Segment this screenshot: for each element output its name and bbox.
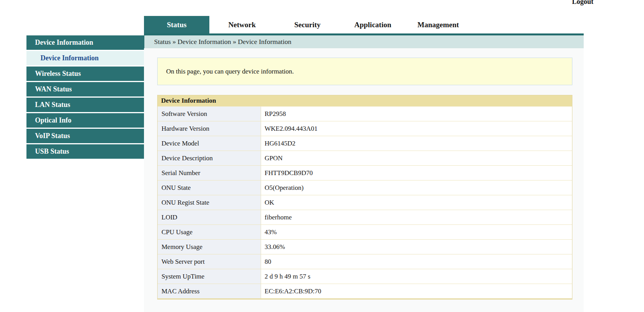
row-label: Memory Usage <box>158 240 261 254</box>
sidebar-item-usb-status[interactable]: USB Status <box>26 144 144 159</box>
sidebar-item-wan-status[interactable]: WAN Status <box>26 82 144 96</box>
device-information-table: Device Information Software VersionRP295… <box>157 95 572 300</box>
row-value: GPON <box>261 151 572 165</box>
sidebar: Device InformationDevice InformationWire… <box>26 35 144 160</box>
row-value: WKE2.094.443A01 <box>261 121 572 136</box>
table-row: Device DescriptionGPON <box>158 151 572 165</box>
tab-status[interactable]: Status <box>144 16 209 33</box>
row-value: HG6145D2 <box>261 136 572 151</box>
table-row: Serial NumberFHTT9DCB9D70 <box>158 165 572 180</box>
tab-management[interactable]: Management <box>405 16 471 33</box>
row-value: OK <box>261 195 572 210</box>
table-row: ONU StateO5(Operation) <box>158 180 572 195</box>
table-rows-container: Software VersionRP2958Hardware VersionWK… <box>158 106 572 298</box>
table-row: Hardware VersionWKE2.094.443A01 <box>158 121 572 136</box>
row-label: ONU State <box>158 181 261 195</box>
tab-network[interactable]: Network <box>209 16 275 33</box>
row-label: Hardware Version <box>158 121 261 136</box>
table-title: Device Information <box>158 95 572 106</box>
table-row: Web Server port80 <box>158 254 572 269</box>
sidebar-item-device-information[interactable]: Device Information <box>26 35 144 50</box>
table-row: CPU Usage43% <box>158 224 572 239</box>
sidebar-item-optical-info[interactable]: Optical Info <box>26 113 144 128</box>
table-row: LOIDfiberhome <box>158 210 572 224</box>
sidebar-item-lan-status[interactable]: LAN Status <box>26 98 144 112</box>
sidebar-item-wireless-status[interactable]: Wireless Status <box>26 67 144 81</box>
page-note: On this page, you can query device infor… <box>157 58 572 85</box>
logout-link[interactable]: Logout <box>572 0 593 6</box>
sidebar-item-voip-status[interactable]: VoIP Status <box>26 129 144 143</box>
table-row: MAC AddressEC:E6:A2:CB:9D:70 <box>158 284 572 298</box>
row-label: Serial Number <box>158 166 261 180</box>
table-row: ONU Regist StateOK <box>158 195 572 210</box>
table-row: Device ModelHG6145D2 <box>158 136 572 151</box>
row-value: RP2958 <box>261 107 572 121</box>
tab-bar: StatusNetworkSecurityApplicationManageme… <box>144 16 471 33</box>
row-label: Device Model <box>158 136 261 151</box>
row-value: 80 <box>261 254 572 269</box>
row-label: ONU Regist State <box>158 195 261 210</box>
main-content: On this page, you can query device infor… <box>144 48 584 312</box>
row-label: Software Version <box>158 107 261 121</box>
tab-security[interactable]: Security <box>275 16 340 33</box>
row-label: MAC Address <box>158 284 261 298</box>
row-label: CPU Usage <box>158 225 261 239</box>
row-value: FHTT9DCB9D70 <box>261 166 572 180</box>
row-value: EC:E6:A2:CB:9D:70 <box>261 284 572 298</box>
row-value: 43% <box>261 225 572 239</box>
sidebar-item-device-information-selected[interactable]: Device Information <box>26 51 144 65</box>
row-value: O5(Operation) <box>261 181 572 195</box>
tab-application[interactable]: Application <box>340 16 405 33</box>
table-row: System UpTime2 d 9 h 49 m 57 s <box>158 269 572 284</box>
row-value: fiberhome <box>261 210 572 224</box>
row-value: 33.06% <box>261 240 572 254</box>
breadcrumb: Status » Device Information » Device Inf… <box>144 35 584 48</box>
table-row: Software VersionRP2958 <box>158 106 572 121</box>
table-row: Memory Usage33.06% <box>158 239 572 254</box>
row-label: System UpTime <box>158 269 261 284</box>
row-label: Device Description <box>158 151 261 165</box>
row-value: 2 d 9 h 49 m 57 s <box>261 269 572 284</box>
row-label: LOID <box>158 210 261 224</box>
row-label: Web Server port <box>158 254 261 269</box>
